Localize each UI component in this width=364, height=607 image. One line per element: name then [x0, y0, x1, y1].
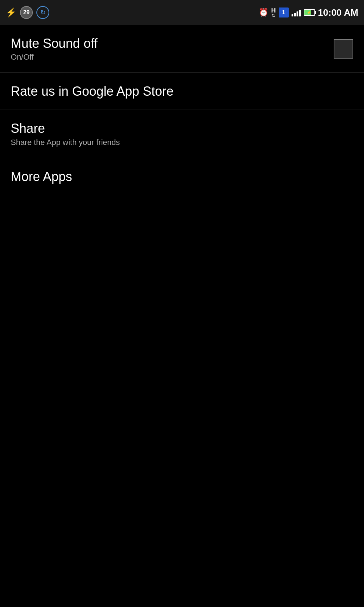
signal-bar-4: [299, 10, 301, 16]
mute-sound-title: Mute Sound off: [11, 36, 334, 51]
alarm-icon: ⏰: [259, 8, 268, 17]
more-apps-text-group: More Apps: [11, 169, 353, 184]
rate-us-title: Rate us in Google App Store: [11, 84, 353, 99]
usb-icon: ⚡: [6, 7, 16, 17]
refresh-icon: ↻: [36, 6, 49, 19]
battery-icon: ⚡: [304, 9, 315, 16]
status-time: 10:00 AM: [318, 7, 358, 18]
rate-us-text-group: Rate us in Google App Store: [11, 84, 353, 99]
share-title: Share: [11, 121, 353, 136]
share-subtitle: Share the App with your friends: [11, 138, 353, 147]
rate-us-row[interactable]: Rate us in Google App Store: [0, 73, 364, 110]
battery-charging-icon: ⚡: [307, 10, 312, 15]
sim-1-badge: 1: [279, 7, 289, 17]
mute-sound-checkbox[interactable]: [334, 39, 353, 59]
settings-content: Mute Sound off On/Off Rate us in Google …: [0, 25, 364, 195]
network-type-icon: H ⇅: [271, 7, 276, 18]
signal-strength-icon: [292, 9, 301, 16]
status-bar: ⚡ 29 ↻ ⏰ H ⇅ 1 ⚡ 10:00 AM: [0, 0, 364, 25]
mute-sound-text-group: Mute Sound off On/Off: [11, 36, 334, 62]
share-text-group: Share Share the App with your friends: [11, 121, 353, 147]
mute-sound-row[interactable]: Mute Sound off On/Off: [0, 25, 364, 73]
more-apps-row[interactable]: More Apps: [0, 158, 364, 195]
notification-count: 29: [23, 9, 30, 16]
share-row[interactable]: Share Share the App with your friends: [0, 110, 364, 158]
more-apps-title: More Apps: [11, 169, 353, 184]
mute-sound-subtitle: On/Off: [11, 52, 334, 62]
status-bar-right: ⏰ H ⇅ 1 ⚡ 10:00 AM: [259, 7, 358, 18]
status-bar-left: ⚡ 29 ↻: [6, 6, 49, 19]
signal-bar-2: [294, 13, 296, 16]
signal-bar-1: [292, 14, 293, 16]
signal-bar-3: [297, 11, 298, 16]
notification-badge: 29: [20, 6, 33, 19]
